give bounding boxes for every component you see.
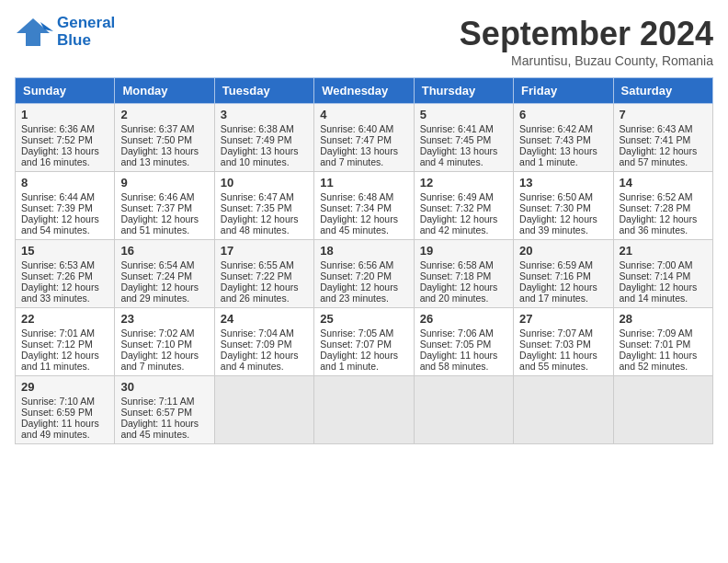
cell-text: Daylight: 12 hours (120, 282, 208, 293)
day-number: 17 (221, 244, 308, 258)
cell-text: Sunrise: 7:07 AM (519, 327, 607, 339)
cell-text: Sunset: 7:28 PM (620, 202, 707, 213)
day-number: 21 (620, 244, 707, 258)
calendar-cell: 20Sunrise: 6:59 AMSunset: 7:16 PMDayligh… (514, 240, 613, 308)
cell-text: Sunrise: 7:10 AM (21, 396, 108, 407)
cell-text: Sunrise: 6:36 AM (21, 123, 108, 134)
cell-text: Sunset: 7:32 PM (420, 202, 507, 213)
svg-marker-0 (17, 18, 50, 46)
cell-text: Sunrise: 6:49 AM (420, 191, 507, 202)
cell-text: Sunset: 7:18 PM (420, 270, 507, 282)
cell-text: Sunrise: 6:52 AM (620, 191, 707, 202)
cell-text: Sunset: 7:10 PM (120, 339, 208, 350)
calendar-cell: 2Sunrise: 6:37 AMSunset: 7:50 PMDaylight… (115, 104, 214, 172)
cell-text: and 7 minutes. (320, 156, 407, 167)
cell-text: Daylight: 11 hours (519, 350, 607, 361)
cell-text: Daylight: 13 hours (420, 145, 507, 156)
day-number: 25 (320, 312, 407, 326)
calendar-cell: 28Sunrise: 7:09 AMSunset: 7:01 PMDayligh… (613, 308, 712, 376)
calendar-cell: 29Sunrise: 7:10 AMSunset: 6:59 PMDayligh… (16, 376, 115, 444)
cell-text: Sunrise: 6:53 AM (21, 259, 108, 270)
calendar-cell: 25Sunrise: 7:05 AMSunset: 7:07 PMDayligh… (314, 308, 414, 376)
cell-text: Sunrise: 7:04 AM (221, 327, 308, 339)
calendar-cell: 22Sunrise: 7:01 AMSunset: 7:12 PMDayligh… (16, 308, 115, 376)
logo-general: General (57, 15, 115, 32)
cell-text: and 16 minutes. (21, 156, 108, 167)
cell-text: Sunrise: 6:37 AM (120, 123, 208, 134)
calendar-cell: 30Sunrise: 7:11 AMSunset: 6:57 PMDayligh… (115, 376, 214, 444)
cell-text: Daylight: 13 hours (221, 145, 308, 156)
calendar-cell: 18Sunrise: 6:56 AMSunset: 7:20 PMDayligh… (314, 240, 414, 308)
cell-text: Sunrise: 7:11 AM (120, 396, 208, 407)
calendar-cell (514, 376, 613, 444)
cell-text: Daylight: 12 hours (21, 282, 108, 293)
cell-text: Sunrise: 6:42 AM (519, 123, 607, 134)
calendar-cell: 4Sunrise: 6:40 AMSunset: 7:47 PMDaylight… (314, 104, 414, 172)
calendar-cell: 7Sunrise: 6:43 AMSunset: 7:41 PMDaylight… (613, 104, 712, 172)
cell-text: Sunset: 7:41 PM (620, 134, 707, 145)
cell-text: Daylight: 12 hours (120, 350, 208, 361)
cell-text: Daylight: 11 hours (620, 350, 707, 361)
cell-text: Sunrise: 6:56 AM (320, 259, 407, 270)
calendar-week-2: 8Sunrise: 6:44 AMSunset: 7:39 PMDaylight… (16, 172, 713, 240)
cell-text: and 54 minutes. (21, 224, 108, 236)
calendar-cell (314, 376, 414, 444)
calendar-cell: 8Sunrise: 6:44 AMSunset: 7:39 PMDaylight… (16, 172, 115, 240)
cell-text: Sunrise: 7:05 AM (320, 327, 407, 339)
day-number: 26 (420, 312, 507, 326)
cell-text: Daylight: 13 hours (320, 145, 407, 156)
cell-text: Sunrise: 6:50 AM (519, 191, 607, 202)
day-number: 11 (320, 176, 407, 190)
calendar-cell: 12Sunrise: 6:49 AMSunset: 7:32 PMDayligh… (414, 172, 513, 240)
cell-text: and 29 minutes. (120, 293, 208, 304)
cell-text: and 11 minutes. (21, 361, 108, 372)
cell-text: Sunrise: 7:09 AM (620, 327, 707, 339)
calendar-week-1: 1Sunrise: 6:36 AMSunset: 7:52 PMDaylight… (16, 104, 713, 172)
cell-text: Sunrise: 6:59 AM (519, 259, 607, 270)
cell-text: and 39 minutes. (519, 224, 607, 236)
cell-text: Sunset: 7:07 PM (320, 339, 407, 350)
calendar-cell: 10Sunrise: 6:47 AMSunset: 7:35 PMDayligh… (214, 172, 313, 240)
calendar-cell: 21Sunrise: 7:00 AMSunset: 7:14 PMDayligh… (613, 240, 712, 308)
day-number: 12 (420, 176, 507, 190)
cell-text: and 57 minutes. (620, 156, 707, 167)
cell-text: and 1 minute. (519, 156, 607, 167)
cell-text: and 4 minutes. (221, 361, 308, 372)
day-number: 13 (519, 176, 607, 190)
cell-text: Sunset: 7:16 PM (519, 270, 607, 282)
cell-text: Sunrise: 6:46 AM (120, 191, 208, 202)
cell-text: and 36 minutes. (620, 224, 707, 236)
day-number: 18 (320, 244, 407, 258)
cell-text: Daylight: 12 hours (320, 350, 407, 361)
calendar-cell: 11Sunrise: 6:48 AMSunset: 7:34 PMDayligh… (314, 172, 414, 240)
cell-text: Sunrise: 7:06 AM (420, 327, 507, 339)
cell-text: Sunset: 6:57 PM (120, 407, 208, 418)
cell-text: Daylight: 12 hours (21, 213, 108, 224)
cell-text: Sunset: 7:52 PM (21, 134, 108, 145)
calendar-body: 1Sunrise: 6:36 AMSunset: 7:52 PMDaylight… (16, 104, 713, 444)
calendar-week-3: 15Sunrise: 6:53 AMSunset: 7:26 PMDayligh… (16, 240, 713, 308)
cell-text: Daylight: 13 hours (21, 145, 108, 156)
cell-text: Sunrise: 6:55 AM (221, 259, 308, 270)
logo: General Blue (15, 15, 115, 50)
cell-text: and 45 minutes. (120, 429, 208, 440)
cell-text: Daylight: 12 hours (120, 213, 208, 224)
cell-text: Sunset: 7:22 PM (221, 270, 308, 282)
calendar-week-4: 22Sunrise: 7:01 AMSunset: 7:12 PMDayligh… (16, 308, 713, 376)
cell-text: and 33 minutes. (21, 293, 108, 304)
day-number: 16 (120, 244, 208, 258)
cell-text: Sunset: 7:43 PM (519, 134, 607, 145)
day-number: 28 (620, 312, 707, 326)
month-title: September 2024 (460, 15, 713, 53)
cell-text: Sunrise: 6:54 AM (120, 259, 208, 270)
cell-text: and 13 minutes. (120, 156, 208, 167)
cell-text: Sunrise: 6:58 AM (420, 259, 507, 270)
cell-text: Sunset: 7:09 PM (221, 339, 308, 350)
cell-text: and 52 minutes. (620, 361, 707, 372)
calendar-cell: 13Sunrise: 6:50 AMSunset: 7:30 PMDayligh… (514, 172, 613, 240)
calendar-cell: 3Sunrise: 6:38 AMSunset: 7:49 PMDaylight… (214, 104, 313, 172)
cell-text: and 10 minutes. (221, 156, 308, 167)
cell-text: Sunset: 7:26 PM (21, 270, 108, 282)
day-number: 23 (120, 312, 208, 326)
cell-text: Sunset: 7:37 PM (120, 202, 208, 213)
